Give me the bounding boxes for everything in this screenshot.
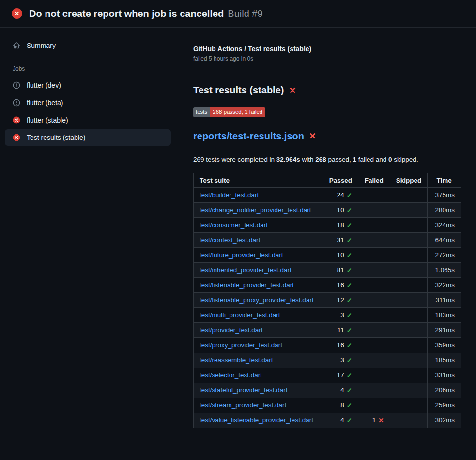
failed-status-icon: [13, 116, 20, 124]
table-row: test/stream_provider_test.dart8✓259ms: [194, 398, 461, 413]
skipped-cell: [390, 262, 428, 277]
table-row: test/listenable_proxy_provider_test.dart…: [194, 292, 461, 307]
time-cell: 280ms: [428, 202, 461, 217]
summary-bold: 1: [353, 156, 357, 163]
check-icon: ✓: [347, 206, 352, 214]
passed-cell: 11✓: [323, 322, 358, 337]
count-value: 81: [337, 266, 344, 274]
table-row: test/builder_test.dart24✓375ms: [194, 187, 461, 202]
test-suite-cell: test/multi_provider_test.dart: [194, 307, 323, 322]
check-icon: ✓: [347, 371, 352, 379]
sidebar-item-test-results-stable[interactable]: Test results (stable): [5, 129, 171, 146]
count-value: 11: [338, 326, 344, 334]
test-suite-link[interactable]: test/context_test.dart: [200, 236, 260, 244]
count-value: 4: [340, 416, 344, 424]
test-suite-link[interactable]: test/multi_provider_test.dart: [200, 311, 280, 319]
main-content: GitHub Actions / Test results (stable) f…: [185, 28, 476, 460]
time-cell: 375ms: [428, 187, 461, 202]
sidebar-item-flutter-beta[interactable]: flutter (beta): [5, 94, 171, 111]
report-file-link[interactable]: reports/test-results.json: [193, 131, 304, 142]
test-suite-cell: test/selector_test.dart: [194, 368, 323, 383]
count-value: 1: [372, 416, 376, 424]
time-cell: 331ms: [428, 368, 461, 383]
neutral-status-icon: [13, 81, 20, 89]
test-suite-link[interactable]: test/stateful_provider_test.dart: [200, 386, 288, 394]
failed-cell: [358, 292, 390, 307]
sidebar-item-flutter-stable[interactable]: flutter (stable): [5, 112, 171, 128]
failed-cell: [358, 353, 390, 368]
summary-text: with: [300, 156, 316, 163]
check-icon: ✓: [347, 416, 352, 424]
test-suite-link[interactable]: test/consumer_test.dart: [200, 221, 268, 229]
run-title: Do not create report when job is cancell…: [29, 8, 224, 19]
skipped-cell: [390, 413, 428, 428]
summary-text: 269 tests were completed in: [193, 156, 276, 163]
column-header-test-suite: Test suite: [194, 173, 323, 187]
test-suite-link[interactable]: test/stream_provider_test.dart: [200, 401, 286, 409]
column-header-failed: Failed: [358, 173, 390, 187]
time-cell: 302ms: [428, 413, 461, 428]
failed-status-icon: [13, 134, 20, 141]
jobs-section-label: Jobs: [13, 65, 173, 72]
table-row: test/future_provider_test.dart10✓272ms: [194, 247, 461, 262]
run-header: ✕ Do not create report when job is cance…: [0, 0, 476, 28]
summary-text: skipped.: [392, 156, 418, 163]
test-suite-cell: test/proxy_provider_test.dart: [194, 337, 323, 353]
passed-cell: 81✓: [323, 262, 358, 277]
test-suite-link[interactable]: test/proxy_provider_test.dart: [200, 341, 282, 349]
test-suite-link[interactable]: test/listenable_provider_test.dart: [200, 281, 294, 289]
test-suite-cell: test/value_listenable_provider_test.dart: [194, 413, 323, 428]
test-suite-cell: test/listenable_proxy_provider_test.dart: [194, 292, 323, 307]
test-suite-link[interactable]: test/inherited_provider_test.dart: [200, 266, 292, 274]
time-cell: 644ms: [428, 232, 461, 247]
skipped-cell: [390, 353, 428, 368]
test-suite-link[interactable]: test/provider_test.dart: [200, 326, 263, 334]
tests-badge: tests 268 passed, 1 failed: [193, 107, 265, 117]
passed-cell: 16✓: [323, 277, 358, 292]
test-suite-link[interactable]: test/future_provider_test.dart: [200, 251, 283, 259]
count-value: 18: [337, 221, 344, 229]
summary-bold: 32.964s: [276, 156, 300, 163]
time-cell: 322ms: [428, 277, 461, 292]
skipped-cell: [390, 307, 428, 322]
failed-cell: [358, 368, 390, 383]
summary-bold: 0: [388, 156, 392, 163]
failed-cell: [358, 322, 390, 337]
failed-cell: [358, 337, 390, 353]
table-row: test/multi_provider_test.dart3✓183ms: [194, 307, 461, 322]
test-suite-link[interactable]: test/value_listenable_provider_test.dart: [200, 416, 313, 424]
table-header-row: Test suite Passed Failed Skipped Time: [194, 173, 461, 187]
skipped-cell: [390, 217, 428, 232]
passed-cell: 17✓: [323, 368, 358, 383]
sidebar: Summary Jobs flutter (dev) flutter (beta…: [0, 28, 185, 460]
table-row: test/inherited_provider_test.dart81✓1.06…: [194, 262, 461, 277]
build-number: Build #9: [228, 8, 262, 19]
test-suite-link[interactable]: test/listenable_proxy_provider_test.dart: [200, 296, 314, 304]
test-suite-link[interactable]: test/selector_test.dart: [200, 371, 262, 379]
column-header-skipped: Skipped: [390, 173, 428, 187]
skipped-cell: [390, 337, 428, 353]
failed-cell: [358, 232, 390, 247]
table-row: test/proxy_provider_test.dart16✓359ms: [194, 337, 461, 353]
sidebar-item-summary[interactable]: Summary: [5, 37, 171, 54]
count-value: 24: [337, 191, 344, 199]
time-cell: 183ms: [428, 307, 461, 322]
column-header-time: Time: [428, 173, 461, 187]
table-row: test/stateful_provider_test.dart4✓206ms: [194, 383, 461, 398]
passed-cell: 18✓: [323, 217, 358, 232]
passed-cell: 4✓: [323, 413, 358, 428]
time-cell: 272ms: [428, 247, 461, 262]
sidebar-item-label: flutter (stable): [27, 116, 68, 124]
breadcrumb: GitHub Actions / Test results (stable): [193, 45, 476, 53]
sidebar-item-flutter-dev[interactable]: flutter (dev): [5, 77, 171, 93]
time-cell: 311ms: [428, 292, 461, 307]
test-suite-link[interactable]: test/builder_test.dart: [200, 191, 259, 199]
skipped-cell: [390, 383, 428, 398]
passed-cell: 8✓: [323, 398, 358, 413]
test-suite-link[interactable]: test/change_notifier_provider_test.dart: [200, 206, 311, 214]
skipped-cell: [390, 247, 428, 262]
test-suite-link[interactable]: test/reassemble_test.dart: [200, 356, 273, 364]
check-icon: ✓: [347, 401, 352, 409]
time-cell: 185ms: [428, 353, 461, 368]
count-value: 17: [337, 371, 344, 379]
